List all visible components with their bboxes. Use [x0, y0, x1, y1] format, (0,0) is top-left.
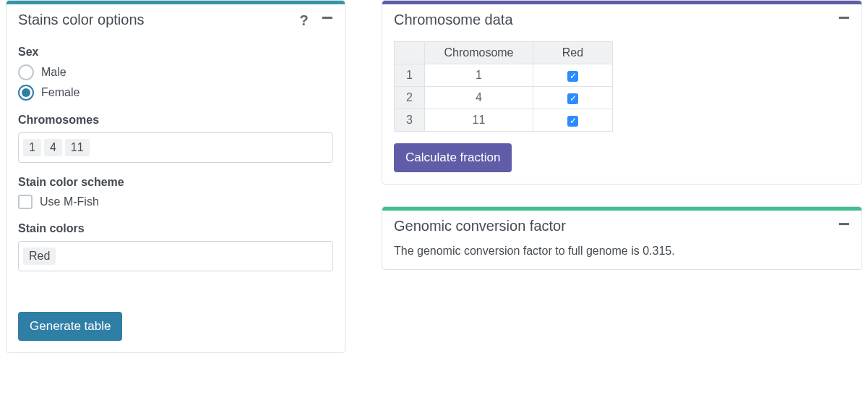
sex-male-label: Male [41, 66, 66, 79]
generate-table-button[interactable]: Generate table [18, 312, 122, 341]
checkbox-icon [18, 195, 33, 209]
sex-female-row[interactable]: Female [18, 85, 333, 101]
radio-checked-icon [18, 85, 34, 101]
sex-female-label: Female [41, 86, 80, 99]
genomic-factor-title: Genomic conversion factor [394, 218, 838, 234]
chromosomes-label: Chromosomes [18, 114, 333, 127]
mfish-row[interactable]: Use M-Fish [18, 195, 333, 209]
chromosome-data-card: Chromosome data − Chromosome Red 1 1 ✓ [382, 0, 862, 185]
stain-color-tag[interactable]: Red [23, 247, 56, 265]
radio-icon [18, 64, 34, 80]
mfish-label: Use M-Fish [40, 195, 99, 208]
stains-title: Stains color options [18, 12, 299, 28]
row-chrom: 4 [425, 87, 533, 109]
row-index: 1 [395, 64, 425, 87]
chrom-tag[interactable]: 4 [44, 139, 62, 156]
table-row: 2 4 ✓ [395, 87, 613, 109]
chrom-tag[interactable]: 1 [23, 139, 41, 156]
scheme-label: Stain color scheme [18, 176, 333, 189]
genomic-factor-text: The genomic conversion factor to full ge… [394, 245, 850, 258]
checkbox-checked-icon[interactable]: ✓ [567, 116, 578, 127]
row-index: 2 [395, 87, 425, 109]
table-header-row: Chromosome Red [395, 42, 613, 64]
sex-label: Sex [18, 46, 333, 59]
chromosome-table: Chromosome Red 1 1 ✓ 2 4 ✓ 3 [394, 41, 613, 132]
header-chromosome: Chromosome [425, 42, 533, 64]
stain-colors-label: Stain colors [18, 222, 333, 235]
genomic-factor-card: Genomic conversion factor − The genomic … [382, 206, 862, 270]
header-index [395, 42, 425, 64]
stains-card: Stains color options ? − Sex Male Female… [6, 0, 345, 353]
collapse-icon[interactable]: − [838, 214, 850, 234]
chromosomes-input[interactable]: 1 4 11 [18, 132, 333, 163]
checkbox-checked-icon[interactable]: ✓ [567, 93, 578, 104]
chrom-tag[interactable]: 11 [65, 139, 90, 156]
calculate-fraction-button[interactable]: Calculate fraction [394, 143, 512, 172]
row-chrom: 1 [425, 64, 533, 87]
row-index: 3 [395, 109, 425, 132]
collapse-icon[interactable]: − [838, 8, 850, 28]
table-row: 1 1 ✓ [395, 64, 613, 87]
row-chrom: 11 [425, 109, 533, 132]
chromosome-data-title: Chromosome data [394, 12, 838, 28]
collapse-icon[interactable]: − [322, 8, 333, 28]
sex-male-row[interactable]: Male [18, 64, 333, 80]
checkbox-checked-icon[interactable]: ✓ [567, 71, 578, 82]
help-icon[interactable]: ? [299, 13, 308, 27]
stain-colors-input[interactable]: Red [18, 241, 333, 271]
table-row: 3 11 ✓ [395, 109, 613, 132]
header-red: Red [533, 42, 613, 64]
